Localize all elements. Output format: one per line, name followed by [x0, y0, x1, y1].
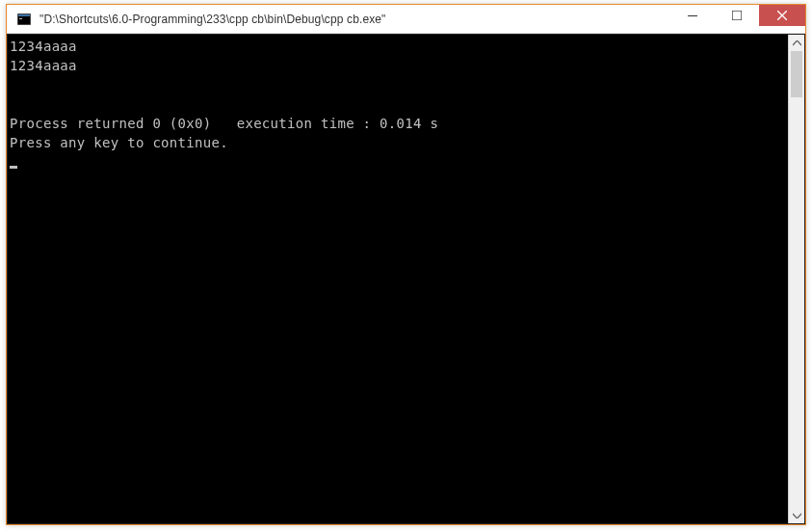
scroll-thumb[interactable]: [791, 51, 802, 97]
console-line: [10, 94, 802, 114]
minimize-button[interactable]: [670, 5, 715, 26]
close-button[interactable]: [759, 5, 805, 26]
minimize-icon: [688, 11, 697, 20]
close-icon: [777, 11, 787, 20]
maximize-button[interactable]: [715, 5, 759, 26]
window-title: "D:\Shortcuts\6.0-Programming\233\cpp cb…: [39, 13, 670, 26]
svg-rect-1: [18, 14, 30, 16]
console-line: Process returned 0 (0x0) execution time …: [10, 114, 802, 133]
vertical-scrollbar[interactable]: [788, 35, 804, 523]
client-area: 1234aaaa1234aaaa Process returned 0 (0x0…: [7, 34, 805, 524]
svg-rect-4: [732, 11, 742, 20]
chevron-up-icon: [793, 40, 801, 46]
console-cursor-line: [10, 152, 802, 172]
svg-rect-2: [19, 18, 22, 19]
svg-rect-3: [688, 15, 697, 16]
console-window: "D:\Shortcuts\6.0-Programming\233\cpp cb…: [6, 4, 806, 525]
console-line: [10, 75, 802, 94]
maximize-icon: [732, 11, 742, 20]
console-line: 1234aaaa: [10, 37, 802, 56]
text-cursor: [10, 166, 17, 169]
console-line: 1234aaaa: [10, 56, 802, 75]
scroll-down-button[interactable]: [789, 507, 804, 523]
titlebar[interactable]: "D:\Shortcuts\6.0-Programming\233\cpp cb…: [7, 5, 805, 34]
console-line: Press any key to continue.: [10, 133, 802, 152]
window-buttons: [670, 5, 805, 33]
console-output[interactable]: 1234aaaa1234aaaa Process returned 0 (0x0…: [8, 35, 804, 523]
scroll-up-button[interactable]: [789, 35, 804, 51]
scroll-track[interactable]: [789, 51, 804, 507]
terminal-icon: [16, 12, 32, 27]
chevron-down-icon: [793, 513, 801, 518]
